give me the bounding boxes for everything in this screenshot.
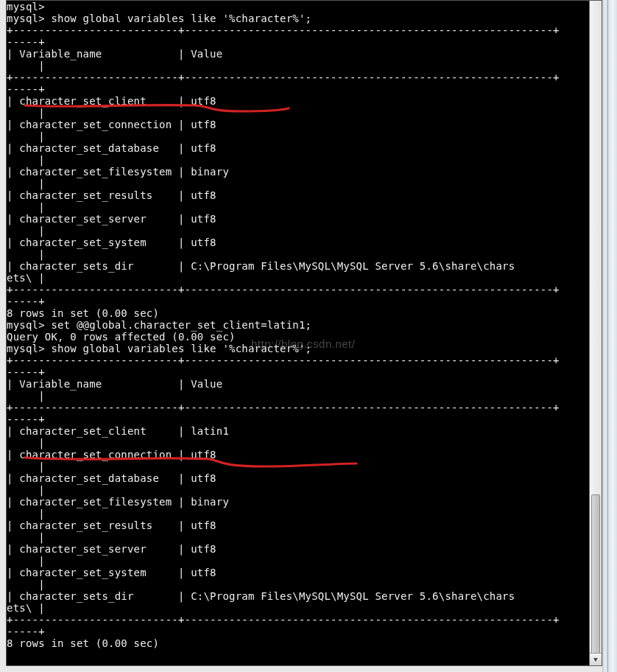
terminal-line: | [7, 130, 602, 142]
terminal-line: | character_set_client | latin1 [7, 425, 602, 437]
terminal-line: | Variable_name | Value [7, 48, 602, 60]
terminal-output[interactable]: mysql>mysql> show global variables like … [7, 1, 602, 649]
terminal-line: | character_set_system | utf8 [7, 567, 602, 578]
terminal-line: | character_set_results | utf8 [7, 519, 602, 531]
terminal-line: | Variable_name | Value [7, 378, 602, 390]
terminal-line: +--------------------------+------------… [7, 614, 602, 626]
terminal-line: | [7, 178, 602, 189]
terminal-line: mysql> show global variables like '%char… [7, 13, 602, 24]
terminal-line: | character_set_filesystem | binary [7, 496, 602, 508]
terminal-line: | [7, 508, 602, 519]
terminal-line: | character_set_connection | utf8 [7, 449, 602, 461]
terminal-line: +--------------------------+------------… [7, 71, 602, 83]
terminal-window[interactable]: mysql>mysql> show global variables like … [6, 0, 602, 666]
terminal-line: | [7, 484, 602, 496]
terminal-line: | [7, 201, 602, 213]
terminal-line: | character_set_connection | utf8 [7, 119, 602, 130]
terminal-line: | [7, 154, 602, 166]
terminal-line: | character_sets_dir | C:\Program Files\… [7, 260, 602, 272]
terminal-line: mysql> show global variables like '%char… [7, 343, 602, 354]
window-right-border [602, 0, 617, 672]
terminal-line: | character_set_database | utf8 [7, 142, 602, 154]
terminal-line: | character_set_results | utf8 [7, 189, 602, 201]
terminal-line: +--------------------------+------------… [7, 402, 602, 413]
terminal-line: | [7, 461, 602, 472]
terminal-line: -----+ [7, 83, 602, 95]
terminal-line: | [7, 437, 602, 449]
terminal-line: -----+ [7, 626, 602, 637]
terminal-line: | [7, 107, 602, 119]
vertical-scrollbar[interactable]: ▼ [589, 1, 602, 665]
terminal-line: | character_set_client | utf8 [7, 95, 602, 107]
terminal-line: | character_set_server | utf8 [7, 213, 602, 225]
terminal-line: -----+ [7, 366, 602, 378]
terminal-line: ets\ | [7, 272, 602, 284]
terminal-line: +--------------------------+------------… [7, 24, 602, 36]
terminal-line: 8 rows in set (0.00 sec) [7, 637, 602, 649]
terminal-line: | [7, 60, 602, 71]
terminal-line: mysql> set @@global.character_set_client… [7, 319, 602, 331]
terminal-line: -----+ [7, 413, 602, 425]
terminal-line: | [7, 225, 602, 237]
terminal-line: ets\ | [7, 602, 602, 614]
terminal-line: | [7, 578, 602, 590]
terminal-line: | character_set_server | utf8 [7, 543, 602, 555]
terminal-line: 8 rows in set (0.00 sec) [7, 307, 602, 319]
terminal-line: +--------------------------+------------… [7, 284, 602, 295]
terminal-line: | [7, 248, 602, 260]
terminal-line: | character_sets_dir | C:\Program Files\… [7, 590, 602, 602]
terminal-line: | [7, 555, 602, 567]
terminal-line: | character_set_database | utf8 [7, 472, 602, 484]
terminal-line: mysql> [7, 1, 602, 13]
scrollbar-thumb[interactable] [591, 494, 600, 658]
terminal-line: | [7, 390, 602, 402]
terminal-line: | character_set_system | utf8 [7, 237, 602, 248]
terminal-line: Query OK, 0 rows affected (0.00 sec) [7, 331, 602, 343]
terminal-line: -----+ [7, 295, 602, 307]
terminal-line: | [7, 531, 602, 543]
scrollbar-down-arrow-icon[interactable]: ▼ [590, 653, 602, 665]
terminal-line: | character_set_filesystem | binary [7, 166, 602, 178]
terminal-line: +--------------------------+------------… [7, 354, 602, 366]
terminal-line: -----+ [7, 36, 602, 48]
